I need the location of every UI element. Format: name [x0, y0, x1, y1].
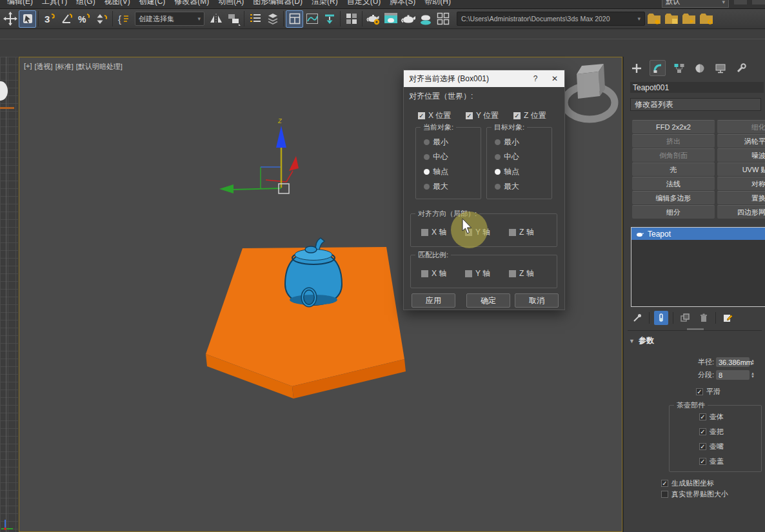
- target-minimum-radio[interactable]: 最小: [495, 137, 519, 148]
- menu-modifiers[interactable]: 修改器(M): [170, 0, 214, 7]
- curve-editor-button[interactable]: [303, 10, 321, 28]
- render-production-button[interactable]: [399, 10, 417, 28]
- radius-field[interactable]: 36.386mm: [716, 357, 750, 367]
- mirror-button[interactable]: [207, 10, 224, 28]
- scale-z-checkbox[interactable]: Z 轴: [509, 268, 534, 279]
- named-selection-sets-dropdown[interactable]: 创建选择集: [135, 12, 204, 26]
- menu-group[interactable]: 组(G): [72, 0, 99, 7]
- modifier-button[interactable]: 噪波: [717, 148, 765, 162]
- menu-create[interactable]: 创建(C): [135, 0, 170, 7]
- current-pivot-radio[interactable]: 轴点: [424, 166, 448, 177]
- modifier-button[interactable]: 法线: [632, 177, 715, 190]
- angle-snap-button[interactable]: [58, 10, 75, 28]
- snap-toggle-3d-button[interactable]: 3: [41, 10, 58, 28]
- scale-x-checkbox[interactable]: X 轴: [421, 268, 446, 279]
- spinner-snap-button[interactable]: [93, 10, 110, 28]
- material-editor-button[interactable]: [343, 10, 360, 28]
- edit-named-selection-sets-button[interactable]: {: [115, 10, 132, 28]
- ok-button[interactable]: 确定: [466, 293, 510, 308]
- segments-spinner[interactable]: ▲▼: [751, 372, 755, 379]
- modifier-button[interactable]: 置换: [717, 191, 765, 204]
- target-pivot-radio[interactable]: 轴点: [495, 166, 519, 177]
- remove-modifier-button[interactable]: [697, 311, 711, 325]
- dialog-help-button[interactable]: ?: [526, 70, 545, 87]
- align-dialog-titlebar[interactable]: 对齐当前选择 (Box001) ? ✕: [404, 70, 564, 87]
- modifier-button[interactable]: 倒角剖面: [632, 148, 715, 162]
- orientation-x-checkbox[interactable]: X 轴: [421, 227, 446, 238]
- tab-utilities[interactable]: [733, 61, 748, 75]
- current-center-radio[interactable]: 中心: [424, 152, 448, 163]
- orientation-z-checkbox[interactable]: Z 轴: [509, 227, 534, 238]
- modifier-button[interactable]: 细分: [632, 205, 715, 219]
- target-maximum-radio[interactable]: 最大: [495, 181, 519, 192]
- tab-display[interactable]: [713, 61, 728, 75]
- make-unique-button[interactable]: [678, 311, 692, 325]
- show-end-result-button[interactable]: [654, 311, 668, 325]
- align-button[interactable]: [224, 10, 242, 28]
- pin-stack-button[interactable]: [630, 311, 644, 325]
- parameters-rollout-header[interactable]: ▼ 参数: [629, 335, 654, 346]
- menu-scripting[interactable]: 脚本(S): [385, 0, 420, 7]
- current-minimum-radio[interactable]: 最小: [424, 137, 448, 148]
- left-viewport-sliver[interactable]: [0, 57, 18, 532]
- radius-spinner[interactable]: ▲▼: [751, 359, 755, 366]
- tab-motion[interactable]: [692, 61, 707, 75]
- tab-hierarchy[interactable]: [671, 61, 686, 75]
- modifier-button[interactable]: 编辑多边形: [632, 191, 715, 204]
- menu-help[interactable]: 帮助(H): [420, 0, 455, 7]
- menu-animation[interactable]: 动画(A): [214, 0, 248, 7]
- segments-field[interactable]: 8: [716, 370, 750, 380]
- rollout-resize-handle[interactable]: [687, 328, 704, 330]
- z-position-checkbox[interactable]: Z 位置: [513, 110, 546, 121]
- scale-y-checkbox[interactable]: Y 轴: [465, 268, 490, 279]
- modifier-list-dropdown[interactable]: 修改器列表: [630, 98, 761, 111]
- project-path-dropdown[interactable]: C:\Users\Administrator\Documents\3ds Max…: [457, 12, 645, 26]
- menu-customize[interactable]: 自定义(U): [343, 0, 386, 7]
- render-setup-button[interactable]: [364, 10, 382, 28]
- x-position-checkbox[interactable]: X 位置: [418, 110, 451, 121]
- lid-checkbox[interactable]: 壶盖: [699, 457, 724, 466]
- state-sets-button[interactable]: [434, 10, 452, 28]
- body-checkbox[interactable]: 壶体: [699, 412, 724, 422]
- target-center-radio[interactable]: 中心: [495, 152, 519, 163]
- current-maximum-radio[interactable]: 最大: [424, 181, 448, 192]
- menu-views[interactable]: 视图(V): [100, 0, 135, 7]
- apply-button[interactable]: 应用: [412, 293, 455, 308]
- move-gizmo[interactable]: z: [219, 116, 299, 193]
- render-online-button[interactable]: [417, 10, 434, 28]
- project-folder-button-4[interactable]: [697, 10, 715, 28]
- modifier-button[interactable]: 细化: [717, 120, 765, 133]
- dialog-close-button[interactable]: ✕: [545, 70, 564, 87]
- cancel-button[interactable]: 取消: [515, 293, 559, 308]
- menu-edit[interactable]: 编辑(E): [3, 0, 37, 7]
- menu-rendering[interactable]: 渲染(R): [307, 0, 343, 7]
- select-and-move-button[interactable]: [1, 10, 19, 28]
- scene-explorer-button[interactable]: [246, 10, 264, 28]
- ribbon-toggle-button[interactable]: [286, 10, 303, 28]
- select-object-button[interactable]: [19, 10, 36, 28]
- tab-create[interactable]: [629, 61, 644, 75]
- smooth-checkbox[interactable]: 平滑: [696, 387, 720, 397]
- schematic-view-button[interactable]: [321, 10, 338, 28]
- y-position-checkbox[interactable]: Y 位置: [466, 110, 499, 121]
- modifier-button[interactable]: UVW 贴图: [717, 163, 765, 176]
- modifier-button[interactable]: 对称: [717, 177, 765, 190]
- workspace-dropdown[interactable]: 默认: [662, 0, 729, 8]
- modifier-button[interactable]: 壳: [632, 163, 715, 176]
- configure-modifier-sets-button[interactable]: [720, 311, 735, 325]
- project-folder-button-1[interactable]: [645, 10, 662, 28]
- tab-modify[interactable]: [650, 60, 666, 76]
- handle-checkbox[interactable]: 壶把: [699, 427, 724, 437]
- modifier-stack-list[interactable]: Teapot: [631, 227, 765, 307]
- real-world-size-checkbox[interactable]: 真实世界贴图大小: [661, 489, 728, 499]
- rendered-frame-window-button[interactable]: [382, 10, 399, 28]
- view-cube[interactable]: [564, 64, 615, 119]
- modifier-button[interactable]: 四边形网格化: [717, 205, 765, 219]
- stack-item-teapot[interactable]: Teapot: [631, 228, 765, 240]
- modifier-button[interactable]: 挤出: [632, 134, 715, 148]
- project-folder-button-2[interactable]: [662, 10, 680, 28]
- layer-explorer-button[interactable]: [264, 10, 281, 28]
- modifier-button[interactable]: FFD 2x2x2: [632, 120, 715, 133]
- generate-mapping-checkbox[interactable]: 生成贴图坐标: [661, 478, 714, 488]
- menu-graph-editors[interactable]: 图形编辑器(D): [248, 0, 307, 7]
